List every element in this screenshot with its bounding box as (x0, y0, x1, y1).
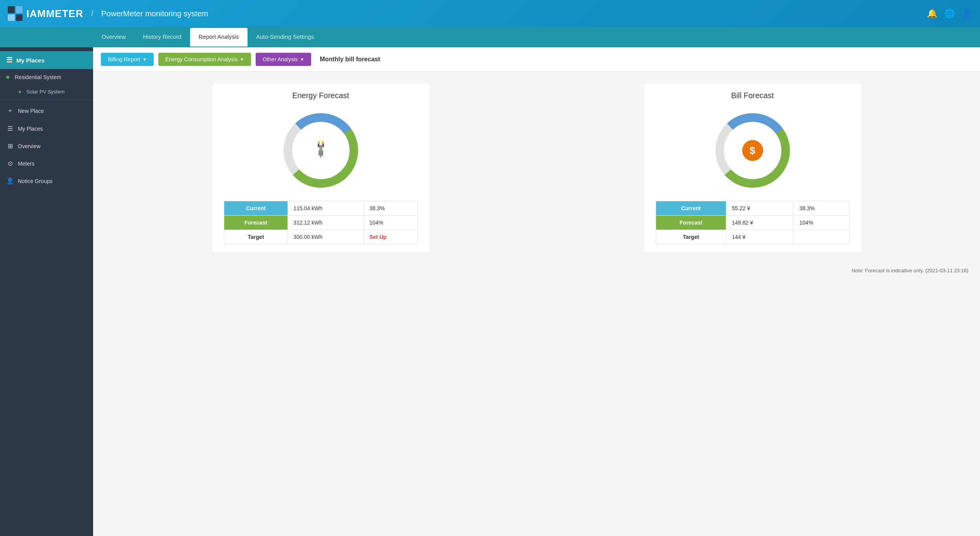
sidebar-item-label: Overview (18, 143, 40, 149)
logo-sq-2 (16, 6, 23, 13)
pct-current-energy: 38.3% (364, 201, 417, 216)
label-current-bill: Current (656, 201, 726, 216)
plus-icon: ＋ (6, 107, 14, 115)
pct-target-bill (794, 230, 849, 244)
sidebar-item-label: Solar PV System (26, 89, 64, 95)
other-analysis-button[interactable]: Other Analysis ▼ (256, 53, 311, 66)
dot-icon (6, 76, 9, 79)
label-current-energy: Current (224, 201, 288, 216)
logo-text: IAMMETER (26, 8, 83, 20)
sidebar-divider (0, 100, 93, 100)
sidebar-item-meters[interactable]: ⊙ Meters (0, 155, 93, 172)
main-layout: ☰ My Places Residential System Solar PV … (0, 47, 980, 536)
value-target-energy: 300.00 kWh (288, 230, 364, 244)
dropdown-arrow-energy: ▼ (240, 57, 244, 62)
sidebar-item-new-place[interactable]: ＋ New Place (0, 102, 93, 120)
value-current-energy: 115.04 kWh (288, 201, 364, 216)
table-row: Current 115.04 kWh 38.3% (224, 201, 417, 216)
sidebar-item-label: Notice Groups (18, 178, 52, 184)
table-row: Forecast 312.12 kWh 104% (224, 216, 417, 230)
toolbar: Billing Report ▼ Energy Consumption Anal… (93, 47, 980, 72)
table-row: Current 55.22 ¥ 38.3% (656, 201, 849, 216)
tab-overview[interactable]: Overview (93, 28, 135, 47)
label-forecast-bill: Forecast (656, 216, 726, 230)
header-left: IAMMETER / PowerMeter monitoring system (8, 6, 208, 21)
svg-rect-7 (319, 141, 320, 144)
energy-donut-chart (278, 108, 364, 193)
table-row: Target 300.00 kWh Set Up (224, 230, 417, 244)
notice-icon: 👤 (6, 177, 14, 185)
tab-report-analysis[interactable]: Report Analysis (190, 28, 248, 47)
svg-rect-4 (319, 145, 322, 151)
sidebar-item-residential[interactable]: Residential System (0, 69, 93, 85)
logo-squares (8, 6, 23, 21)
other-analysis-label: Other Analysis (263, 56, 298, 62)
dropdown-arrow-billing: ▼ (142, 57, 147, 62)
nav-bar: Overview History Record Report Analysis … (0, 27, 980, 47)
value-forecast-bill: 149.82 ¥ (726, 216, 794, 230)
user-icon[interactable]: 👤 (962, 9, 972, 19)
setup-link-energy[interactable]: Set Up (364, 230, 417, 244)
notification-icon[interactable]: 🔔 (927, 9, 937, 19)
bill-forecast-title: Bill Forecast (656, 91, 850, 100)
sidebar-item-label: New Place (18, 108, 44, 114)
svg-rect-8 (322, 141, 323, 144)
table-row: Target 144 ¥ (656, 230, 849, 244)
label-target-energy: Target (224, 230, 288, 244)
dot-small-icon (19, 91, 21, 93)
bill-table: Current 55.22 ¥ 38.3% Forecast 149.82 ¥ … (656, 201, 850, 244)
sidebar-item-notice-groups[interactable]: 👤 Notice Groups (0, 172, 93, 190)
tab-history-record[interactable]: History Record (135, 28, 190, 47)
value-forecast-energy: 312.12 kWh (288, 216, 364, 230)
header-icons: 🔔 🌐 👤 (927, 9, 972, 19)
bill-donut-wrapper: $ (656, 108, 850, 193)
billing-report-button[interactable]: Billing Report ▼ (101, 53, 154, 66)
energy-table: Current 115.04 kWh 38.3% Forecast 312.12… (224, 201, 418, 244)
dropdown-arrow-other: ▼ (300, 57, 304, 62)
value-current-bill: 55.22 ¥ (726, 201, 794, 216)
table-row: Forecast 149.82 ¥ 104% (656, 216, 849, 230)
energy-forecast-card: Energy Forecast (212, 83, 429, 252)
sidebar-item-label: Residential System (15, 74, 61, 80)
sidebar-item-label: Meters (18, 161, 35, 167)
energy-analysis-button[interactable]: Energy Consumption Analysis ▼ (158, 53, 251, 66)
sidebar-header-label: My Places (16, 57, 45, 64)
logo: IAMMETER (8, 6, 83, 21)
monthly-forecast-label: Monthly bill forecast (320, 56, 380, 63)
tab-auto-sending[interactable]: Auto-Sending Settings (248, 28, 322, 47)
logo-sq-1 (8, 6, 15, 13)
value-target-bill: 144 ¥ (726, 230, 794, 244)
header-subtitle: PowerMeter monitoring system (101, 9, 208, 18)
bill-forecast-card: Bill Forecast $ Current (644, 83, 861, 252)
content: Billing Report ▼ Energy Consumption Anal… (93, 47, 980, 536)
pct-forecast-bill: 104% (794, 216, 849, 230)
logo-sq-4 (16, 14, 23, 21)
grid-icon: ⊞ (6, 142, 14, 150)
sidebar-item-label: My Places (18, 126, 43, 132)
charts-area: Energy Forecast (93, 72, 980, 264)
billing-report-label: Billing Report (108, 56, 140, 62)
sidebar: ☰ My Places Residential System Solar PV … (0, 47, 93, 536)
energy-donut-wrapper (224, 108, 418, 193)
svg-rect-3 (319, 150, 323, 156)
bill-dollar-icon: $ (742, 140, 763, 161)
globe-icon[interactable]: 🌐 (944, 9, 955, 19)
header: IAMMETER / PowerMeter monitoring system … (0, 0, 980, 27)
bill-donut-chart: $ (710, 108, 795, 193)
menu-icon: ☰ (6, 56, 12, 64)
logo-sq-3 (8, 14, 15, 21)
label-forecast-energy: Forecast (224, 216, 288, 230)
note-text: Note: Forecast is indicative only. (2021… (852, 268, 968, 273)
label-target-bill: Target (656, 230, 726, 244)
sidebar-item-my-places[interactable]: ☰ My Places (0, 120, 93, 137)
pct-forecast-energy: 104% (364, 216, 417, 230)
sidebar-header: ☰ My Places (0, 51, 93, 69)
sidebar-item-solar[interactable]: Solar PV System (12, 85, 93, 98)
sidebar-sub: Solar PV System (0, 85, 93, 98)
sidebar-item-overview[interactable]: ⊞ Overview (0, 137, 93, 155)
meter-icon: ⊙ (6, 160, 14, 167)
header-divider: / (91, 9, 93, 19)
energy-forecast-title: Energy Forecast (224, 91, 418, 100)
pct-current-bill: 38.3% (794, 201, 849, 216)
note-area: Note: Forecast is indicative only. (2021… (93, 264, 980, 281)
